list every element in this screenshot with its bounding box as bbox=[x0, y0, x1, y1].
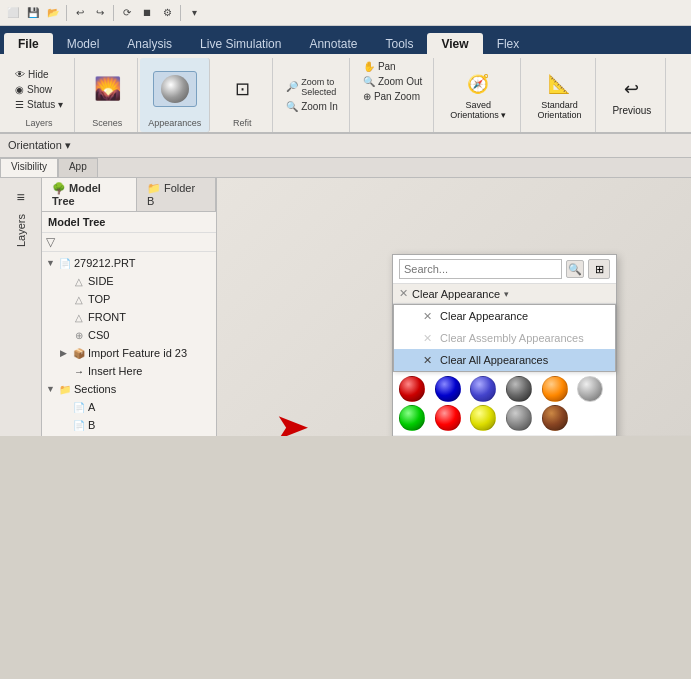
dropdown-arrow[interactable]: ▾ bbox=[185, 4, 203, 22]
status-button[interactable]: ☰ Status ▾ bbox=[12, 98, 66, 111]
tree-item-front[interactable]: △ FRONT bbox=[42, 308, 216, 326]
clear-all-icon: ✕ bbox=[420, 353, 434, 367]
dropdown-arrow-icon: ▾ bbox=[504, 289, 509, 299]
rebuild-icon[interactable]: ⟳ bbox=[118, 4, 136, 22]
search-row: 🔍 ⊞ bbox=[393, 255, 616, 284]
color-sphere-brown[interactable] bbox=[542, 405, 568, 431]
left-panel: 🌳 Model Tree 📁 Folder B Model Tree ▽ ▼ 📄… bbox=[42, 178, 217, 436]
tree-item-label: Insert Here bbox=[88, 365, 142, 377]
pan-button[interactable]: ✋ Pan bbox=[360, 60, 425, 73]
color-sphere-dark-gray[interactable] bbox=[506, 376, 532, 402]
appearances-dropdown: 🔍 ⊞ ✕ Clear Appearance ▾ ✕ Clear Appeara… bbox=[392, 254, 617, 436]
appearances-label: Appearances bbox=[148, 118, 201, 130]
settings-icon[interactable]: ⚙ bbox=[158, 4, 176, 22]
tab-annotate[interactable]: Annotate bbox=[295, 33, 371, 54]
tree-item-side[interactable]: △ SIDE bbox=[42, 272, 216, 290]
refit-button[interactable]: ⊡ bbox=[220, 72, 264, 106]
tab-flex[interactable]: Flex bbox=[483, 33, 534, 54]
tab-model[interactable]: Model bbox=[53, 33, 114, 54]
orientation-label[interactable]: Orientation ▾ bbox=[8, 139, 71, 152]
save-icon[interactable]: 💾 bbox=[24, 4, 42, 22]
red-arrow: ➤ bbox=[274, 406, 310, 436]
clear-icon: ✕ bbox=[399, 287, 408, 300]
stop-icon[interactable]: ⏹ bbox=[138, 4, 156, 22]
open-icon[interactable]: 📂 bbox=[44, 4, 62, 22]
folder-b-tab[interactable]: 📁 Folder B bbox=[137, 178, 216, 211]
cs-icon: ⊕ bbox=[72, 328, 86, 342]
orientation-bar: Orientation ▾ bbox=[0, 134, 691, 158]
insert-icon: → bbox=[72, 364, 86, 378]
section-a-icon: 📄 bbox=[72, 400, 86, 414]
color-sphere-yellow[interactable] bbox=[470, 405, 496, 431]
ribbon-group-scenes: 🌄 Scenes bbox=[77, 58, 138, 132]
redo-icon[interactable]: ↪ bbox=[91, 4, 109, 22]
ribbon: 👁 Hide ◉ Show ☰ Status ▾ Layers 🌄 Scenes bbox=[0, 54, 691, 134]
tree-item-import[interactable]: ▶ 📦 Import Feature id 23 bbox=[42, 344, 216, 362]
show-button[interactable]: ◉ Show bbox=[12, 83, 66, 96]
plain-colors-section bbox=[393, 372, 616, 436]
refit-items: ⊡ bbox=[220, 60, 264, 118]
tab-analysis[interactable]: Analysis bbox=[113, 33, 186, 54]
tree-item-b[interactable]: 📄 B bbox=[42, 416, 216, 434]
tab-file[interactable]: File bbox=[4, 33, 53, 54]
tree-item-label: A bbox=[88, 401, 95, 413]
tab-view[interactable]: View bbox=[427, 33, 482, 54]
zoom-out-button[interactable]: 🔍 Zoom Out bbox=[360, 75, 425, 88]
saved-orientations-items: 🧭 SavedOrientations ▾ bbox=[444, 60, 512, 130]
eye-icon: 👁 bbox=[15, 69, 25, 80]
tab-visibility[interactable]: Visibility bbox=[0, 158, 58, 177]
filter-icon[interactable]: ▽ bbox=[46, 235, 55, 249]
zoom-in-button[interactable]: 🔍 Zoom In bbox=[283, 100, 341, 113]
model-tree-tab[interactable]: 🌳 Model Tree bbox=[42, 178, 137, 211]
color-sphere-orange[interactable] bbox=[542, 376, 568, 402]
tree-item-label: B bbox=[88, 419, 95, 431]
expand-icon: ▼ bbox=[46, 384, 56, 394]
pan-zoom-button[interactable]: ⊕ Pan Zoom bbox=[360, 90, 425, 103]
grid-view-button[interactable]: ⊞ bbox=[588, 259, 610, 279]
tree-item-insert[interactable]: → Insert Here bbox=[42, 362, 216, 380]
color-sphere-red[interactable] bbox=[435, 405, 461, 431]
search-button[interactable]: 🔍 bbox=[566, 260, 584, 278]
color-sphere-dark-blue[interactable] bbox=[435, 376, 461, 402]
layers-sidebar-icon: ≡ bbox=[10, 186, 32, 208]
hide-button[interactable]: 👁 Hide bbox=[12, 68, 66, 81]
tree-item-label: 279212.PRT bbox=[74, 257, 136, 269]
color-sphere-green[interactable] bbox=[399, 405, 425, 431]
ribbon-group-layers: 👁 Hide ◉ Show ☰ Status ▾ Layers bbox=[4, 58, 75, 132]
clear-appearance-row[interactable]: ✕ Clear Appearance ▾ bbox=[393, 284, 616, 304]
separator-3 bbox=[180, 5, 181, 21]
tab-live-simulation[interactable]: Live Simulation bbox=[186, 33, 295, 54]
clear-all-appearances-item[interactable]: ✕ Clear All Appearances bbox=[394, 349, 615, 371]
color-sphere-medium-blue[interactable] bbox=[470, 376, 496, 402]
saved-orientations-button[interactable]: 🧭 SavedOrientations ▾ bbox=[444, 67, 512, 123]
clear-assembly-icon: ✕ bbox=[420, 331, 434, 345]
zoom-items: 🔎 Zoom toSelected 🔍 Zoom In bbox=[283, 60, 341, 128]
color-sphere-dark-red[interactable] bbox=[399, 376, 425, 402]
model-tree-tabs: 🌳 Model Tree 📁 Folder B bbox=[42, 178, 216, 212]
new-icon[interactable]: ⬜ bbox=[4, 4, 22, 22]
standard-orientation-button[interactable]: 📐 StandardOrientation bbox=[531, 67, 587, 123]
search-input[interactable] bbox=[399, 259, 562, 279]
standard-orientation-items: 📐 StandardOrientation bbox=[531, 60, 587, 130]
clear-submenu: ✕ Clear Appearance ✕ Clear Assembly Appe… bbox=[393, 304, 616, 372]
tree-item-root[interactable]: ▼ 📄 279212.PRT bbox=[42, 254, 216, 272]
canvas-area: ➤ 🔍 ⊞ ✕ Clear Appearance ▾ ✕ Clear Appea… bbox=[217, 178, 691, 436]
previous-button[interactable]: ↩ Previous bbox=[606, 72, 657, 119]
folder-icon: 📁 bbox=[58, 382, 72, 396]
zoom-to-selected-button[interactable]: 🔎 Zoom toSelected bbox=[283, 76, 341, 98]
tab-tools[interactable]: Tools bbox=[371, 33, 427, 54]
tab-app[interactable]: App bbox=[58, 158, 98, 177]
color-sphere-texture[interactable] bbox=[506, 405, 532, 431]
tree-item-a[interactable]: 📄 A bbox=[42, 398, 216, 416]
tree-item-sections[interactable]: ▼ 📁 Sections bbox=[42, 380, 216, 398]
layers-sidebar-btn[interactable]: ≡ Layers bbox=[3, 182, 39, 255]
appearances-button[interactable] bbox=[153, 71, 197, 107]
tree-item-top[interactable]: △ TOP bbox=[42, 290, 216, 308]
clear-assembly-appearances-item: ✕ Clear Assembly Appearances bbox=[394, 327, 615, 349]
color-sphere-light-gray[interactable] bbox=[577, 376, 603, 402]
undo-icon[interactable]: ↩ bbox=[71, 4, 89, 22]
scenes-button[interactable]: 🌄 bbox=[85, 72, 129, 106]
tree-item-cs0[interactable]: ⊕ CS0 bbox=[42, 326, 216, 344]
clear-assembly-text: Clear Assembly Appearances bbox=[440, 332, 584, 344]
clear-appearance-item[interactable]: ✕ Clear Appearance bbox=[394, 305, 615, 327]
